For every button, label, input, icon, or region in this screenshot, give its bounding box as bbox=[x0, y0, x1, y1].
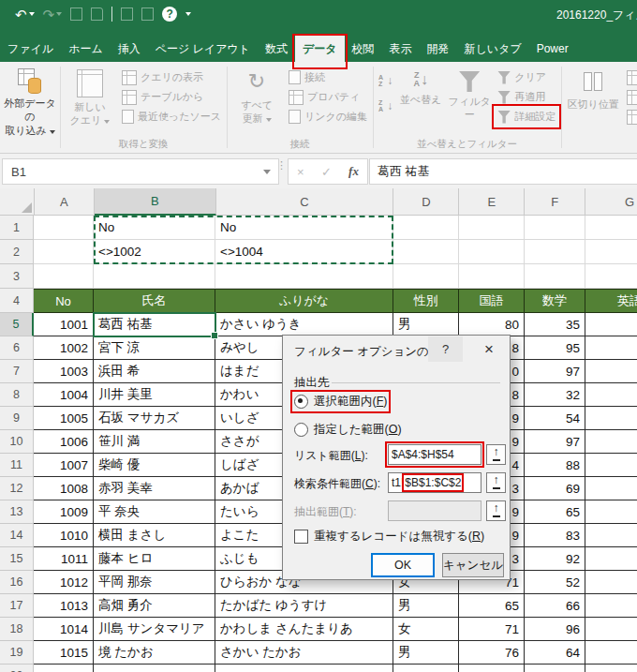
cell-E3[interactable] bbox=[459, 264, 525, 289]
cell-G12[interactable] bbox=[585, 477, 637, 500]
row-header-14[interactable]: 14 bbox=[0, 524, 34, 547]
cell-A19[interactable]: 1015 bbox=[34, 641, 94, 665]
row-header-17[interactable]: 17 bbox=[0, 594, 34, 618]
cell-E1[interactable] bbox=[459, 216, 525, 240]
cell-G5[interactable] bbox=[585, 313, 637, 336]
cell-C3[interactable] bbox=[215, 264, 393, 289]
cell-B11[interactable]: 柴崎 優 bbox=[94, 454, 215, 477]
sort-button[interactable]: ZA↓ 並べ替え bbox=[397, 63, 444, 138]
advanced-filter-button[interactable]: 詳細設定 bbox=[495, 107, 558, 127]
cell-F5[interactable]: 35 bbox=[525, 313, 585, 336]
table-header-name[interactable]: 氏名 bbox=[94, 289, 215, 313]
cell-D1[interactable] bbox=[393, 216, 459, 240]
cell-A12[interactable]: 1008 bbox=[34, 477, 94, 500]
cell-G10[interactable] bbox=[585, 430, 637, 454]
table-header-no[interactable]: No bbox=[34, 289, 94, 313]
qat-customize-icon[interactable] bbox=[185, 12, 191, 16]
show-queries-button[interactable]: クエリの表示 bbox=[119, 67, 224, 87]
column-header-G[interactable]: G bbox=[585, 188, 637, 216]
cell-A20[interactable]: 1016 bbox=[34, 665, 94, 672]
column-header-E[interactable]: E bbox=[459, 188, 525, 216]
table-header-kana[interactable]: ふりがな bbox=[215, 289, 393, 313]
cell-E2[interactable] bbox=[459, 240, 525, 264]
cell-F19[interactable]: 64 bbox=[525, 641, 585, 665]
cell-G3[interactable] bbox=[585, 264, 637, 289]
cell-D2[interactable] bbox=[393, 240, 459, 264]
formula-bar-input[interactable]: 葛西 祐基 bbox=[369, 158, 637, 185]
cell-B10[interactable]: 笹川 満 bbox=[94, 430, 215, 454]
tab-data[interactable]: データ bbox=[295, 36, 345, 62]
clear-filter-button[interactable]: クリア bbox=[495, 67, 558, 87]
sort-az-button[interactable]: AZ↓ bbox=[376, 70, 395, 90]
cell-F10[interactable]: 97 bbox=[525, 430, 585, 454]
data-validation-button[interactable]: デ bbox=[624, 107, 637, 127]
row-header-8[interactable]: 8 bbox=[0, 383, 34, 407]
cell-A17[interactable]: 1013 bbox=[34, 594, 94, 618]
cell-F7[interactable]: 97 bbox=[525, 360, 585, 383]
cell-F12[interactable]: 69 bbox=[525, 477, 585, 500]
recent-sources-button[interactable]: 最近使ったソース bbox=[119, 107, 224, 127]
tab-insert[interactable]: 挿入 bbox=[111, 36, 148, 62]
cell-A9[interactable]: 1005 bbox=[34, 407, 94, 430]
row-header-13[interactable]: 13 bbox=[0, 500, 34, 524]
save-icon[interactable] bbox=[70, 7, 82, 21]
row-header-4[interactable]: 4 bbox=[0, 289, 34, 313]
print-preview-icon[interactable] bbox=[121, 7, 133, 21]
cell-A2[interactable] bbox=[34, 240, 94, 264]
cell-F17[interactable]: 66 bbox=[525, 594, 585, 618]
tab-file[interactable]: ファイル bbox=[0, 36, 61, 62]
from-table-button[interactable]: テーブルから bbox=[119, 87, 224, 107]
refresh-all-button[interactable]: ↻ すべて 更新 bbox=[230, 63, 284, 138]
cell-B17[interactable]: 高畑 勇介 bbox=[94, 594, 215, 618]
cell-C1[interactable]: No bbox=[215, 216, 393, 240]
column-header-A[interactable]: A bbox=[35, 188, 95, 216]
edit-links-button[interactable]: リンクの編集 bbox=[286, 107, 370, 127]
cell-C18[interactable]: かわしま さんたまりあ bbox=[215, 618, 393, 641]
tab-new-tab[interactable]: 新しいタブ bbox=[457, 36, 529, 62]
cell-C19[interactable]: さかい たかお bbox=[215, 641, 393, 665]
cell-B2[interactable]: <>1002 bbox=[94, 240, 215, 264]
radio-filter-in-place[interactable]: 選択範囲内(F) bbox=[294, 394, 387, 410]
cell-E18[interactable]: 71 bbox=[459, 618, 525, 641]
row-header-5[interactable]: 5 bbox=[0, 313, 34, 336]
ok-button[interactable]: OK bbox=[371, 553, 435, 577]
column-header-B[interactable]: B bbox=[95, 188, 216, 216]
copy-to-picker-button[interactable]: ↑ bbox=[486, 500, 506, 521]
criteria-range-input[interactable]: t1!$B$1:$C$2 bbox=[388, 472, 481, 493]
cell-G15[interactable] bbox=[585, 547, 637, 571]
cell-A3[interactable] bbox=[34, 264, 94, 289]
list-range-input[interactable]: $A$4:$H$54 bbox=[388, 444, 481, 465]
cell-F14[interactable]: 83 bbox=[525, 524, 585, 547]
insert-function-icon[interactable]: fx bbox=[348, 164, 359, 179]
cell-F2[interactable] bbox=[525, 240, 585, 264]
cell-E20[interactable] bbox=[459, 665, 525, 672]
name-box[interactable]: B1 bbox=[2, 158, 279, 185]
cell-B9[interactable]: 石坂 マサカズ bbox=[94, 407, 215, 430]
radio-copy-to-location[interactable]: 指定した範囲(O) bbox=[294, 422, 402, 438]
cell-E5[interactable]: 80 bbox=[459, 313, 525, 336]
enter-entry-icon[interactable]: ✓ bbox=[321, 165, 332, 179]
cell-B16[interactable]: 平岡 那奈 bbox=[94, 571, 215, 594]
cell-F11[interactable]: 88 bbox=[525, 454, 585, 477]
cell-D19[interactable]: 男 bbox=[393, 641, 459, 665]
row-header-1[interactable]: 1 bbox=[0, 216, 34, 240]
column-header-D[interactable]: D bbox=[393, 188, 459, 216]
tab-formulas[interactable]: 数式 bbox=[258, 36, 295, 62]
cell-G14[interactable] bbox=[585, 524, 637, 547]
cell-G17[interactable] bbox=[585, 594, 637, 618]
cell-B14[interactable]: 横田 まさし bbox=[94, 524, 215, 547]
row-header-19[interactable]: 19 bbox=[0, 641, 34, 665]
criteria-range-picker-button[interactable]: ↑ bbox=[486, 472, 506, 493]
cell-A15[interactable]: 1011 bbox=[34, 547, 94, 571]
cell-G20[interactable] bbox=[585, 665, 637, 672]
name-box-dropdown-icon[interactable] bbox=[263, 170, 271, 174]
cell-C2[interactable]: <>1004 bbox=[215, 240, 393, 264]
cell-G13[interactable] bbox=[585, 500, 637, 524]
cell-D3[interactable] bbox=[393, 264, 459, 289]
cell-B7[interactable]: 浜田 希 bbox=[94, 360, 215, 383]
new-document-icon[interactable] bbox=[141, 7, 154, 21]
cell-A14[interactable]: 1010 bbox=[34, 524, 94, 547]
cell-F20[interactable] bbox=[525, 665, 585, 672]
cell-D17[interactable]: 男 bbox=[393, 594, 459, 618]
row-header-10[interactable]: 10 bbox=[0, 430, 34, 454]
